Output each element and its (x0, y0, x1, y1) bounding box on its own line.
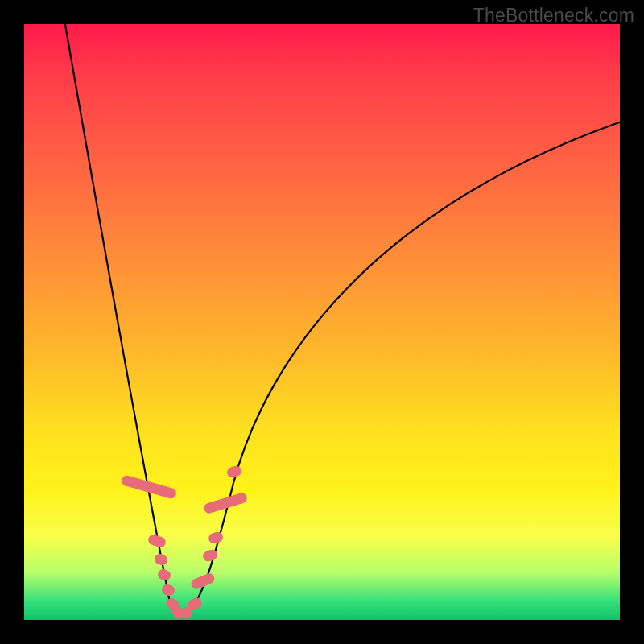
plot-area (24, 24, 620, 620)
curve-layer (24, 24, 620, 620)
data-marker (153, 552, 168, 566)
data-marker (160, 583, 175, 597)
watermark-text: TheBottleneck.com (473, 5, 634, 27)
marker-group (121, 464, 249, 621)
bottleneck-curve-left (64, 20, 179, 614)
data-marker (225, 464, 242, 479)
data-marker (156, 568, 171, 581)
bottleneck-curve-right (185, 121, 624, 614)
chart-frame: TheBottleneck.com (0, 0, 644, 644)
data-marker (207, 530, 224, 545)
data-marker (147, 533, 167, 548)
